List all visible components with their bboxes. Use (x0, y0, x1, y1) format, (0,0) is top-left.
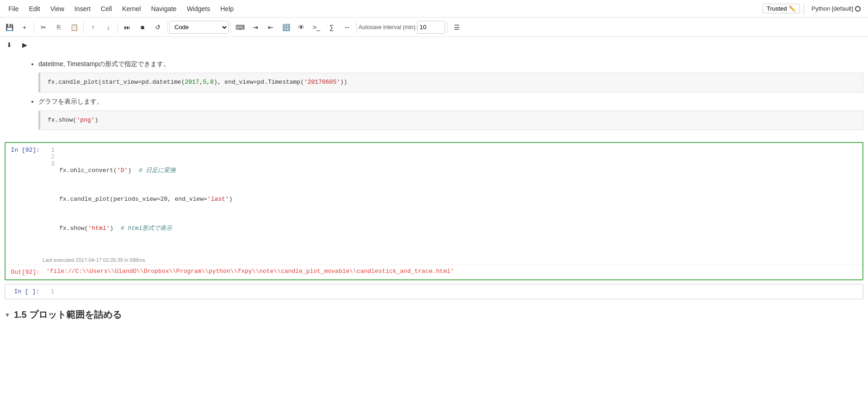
execution-info-92: Last executed 2017-04-17 02:26:39 in 588… (6, 256, 862, 265)
kernel-info: Python [default] (808, 5, 864, 12)
indent-button[interactable]: ⇥ (248, 20, 263, 34)
separator-2 (83, 22, 84, 33)
paste-cell-button[interactable]: 📋 (67, 20, 81, 34)
menu-widgets[interactable]: Widgets (182, 3, 215, 14)
list-button[interactable]: ☰ (449, 20, 464, 34)
toggle-output[interactable]: 👁 (294, 20, 309, 34)
bullet-show-graph: グラフを表示します。 (38, 96, 863, 106)
separator-6 (356, 22, 357, 33)
empty-cell-code[interactable] (56, 284, 863, 299)
markdown-content-1: dateitme, Timestampの形式で指定できます。 fx.candle… (29, 59, 863, 130)
empty-line-num: 1 (44, 288, 54, 295)
autosave-label: Autosave interval (min): (359, 24, 417, 31)
interrupt-button[interactable]: ■ (135, 20, 150, 34)
kernel-status-circle (855, 6, 861, 12)
terminal-button[interactable]: >_ (309, 20, 324, 34)
output-text-92: 'file://C:\\Users\\UlandO\\Dropbox\\Prog… (43, 265, 862, 279)
line-num-3: 3 (44, 161, 55, 167)
menu-insert[interactable]: Insert (70, 3, 95, 14)
line-num-2: 2 (44, 154, 55, 161)
add-cell-button[interactable]: + (17, 20, 32, 34)
cut-cell-button[interactable]: ✂ (36, 20, 51, 34)
restart-button[interactable]: ↺ (150, 20, 165, 34)
menubar-right: Trusted ✏️ Python [default] (763, 3, 864, 14)
math-button[interactable]: ∑ (324, 20, 339, 34)
empty-cell-label: In [ ]: (5, 284, 42, 299)
code-cell-92[interactable]: In [92]: 1 2 3 fx.ohlc_convert('D') # 日足… (5, 142, 863, 280)
arrow-button[interactable]: ↔ (340, 20, 354, 34)
kernel-name: Python [default] (812, 5, 853, 12)
toolbar-separator-right (804, 3, 804, 14)
save-button[interactable]: 💾 (2, 20, 17, 34)
trusted-button[interactable]: Trusted ✏️ (763, 4, 800, 13)
menu-edit[interactable]: Edit (25, 3, 45, 14)
output-label-92: Out[92]: (6, 265, 43, 279)
copy-cell-button[interactable]: ⎘ (51, 20, 66, 34)
pencil-icon: ✏️ (789, 6, 796, 12)
move-down-button[interactable]: ↓ (101, 20, 116, 34)
menu-cell[interactable]: Cell (96, 3, 117, 14)
menu-navigate[interactable]: Navigate (146, 3, 181, 14)
dedent-button[interactable]: ⇤ (263, 20, 278, 34)
code-line-2: fx.candle_plot(periods_view=20, end_view… (59, 195, 860, 204)
separator-7 (447, 22, 447, 33)
run-to-top-button[interactable]: ⏭ (120, 20, 135, 34)
toggle-line-numbers[interactable]: 🔢 (279, 20, 293, 34)
line-num-1: 1 (44, 147, 55, 154)
move-up-button[interactable]: ↑ (86, 20, 100, 34)
separator-1 (34, 22, 34, 33)
markdown-cell-1: dateitme, Timestampの形式で指定できます。 fx.candle… (0, 53, 868, 138)
separator-5 (230, 22, 231, 33)
keyboard-shortcut-button[interactable]: ⌨ (233, 20, 248, 34)
video-button[interactable]: ▶ (17, 38, 32, 52)
cell-label-92: In [92]: (6, 143, 43, 256)
collapse-arrow-1-5[interactable]: ▼ (5, 312, 10, 318)
cell-line-numbers-92: 1 2 3 (43, 143, 56, 256)
bullet-datetime: dateitme, Timestampの形式で指定できます。 (38, 59, 863, 69)
menu-help[interactable]: Help (216, 3, 238, 14)
code-block-2: fx.show('png') (38, 111, 863, 130)
autosave-input[interactable] (417, 21, 445, 34)
separator-4 (167, 22, 167, 33)
menu-kernel[interactable]: Kernel (118, 3, 145, 14)
empty-cell-line-nums: 1 (42, 284, 56, 299)
code-cell-92-inner: In [92]: 1 2 3 fx.ohlc_convert('D') # 日足… (6, 143, 862, 256)
cell-type-select[interactable]: Code Markdown Raw NBConvert (169, 21, 229, 34)
cell-output-92: Out[92]: 'file://C:\\Users\\UlandO\\Drop… (6, 265, 862, 279)
notebook-content: dateitme, Timestampの形式で指定できます。 fx.candle… (0, 53, 868, 323)
download-button[interactable]: ⬇ (2, 38, 17, 52)
code-block-1: fx.candle_plot(start_view=pd.datetime(20… (38, 73, 863, 93)
code-line-3: fx.show('html') # html形式で表示 (59, 224, 860, 234)
separator-3 (118, 22, 118, 33)
code-line-1: fx.ohlc_convert('D') # 日足に変換 (59, 166, 860, 176)
empty-cell[interactable]: In [ ]: 1 (5, 284, 863, 299)
section-1-5-heading: ▼ 1.5 プロット範囲を詰める (0, 303, 868, 323)
toolbar: 💾 + ✂ ⎘ 📋 ↑ ↓ ⏭ ■ ↺ Code Markdown Raw NB… (0, 18, 868, 37)
menu-file[interactable]: File (4, 3, 24, 14)
menubar: File Edit View Insert Cell Kernel Naviga… (0, 0, 868, 18)
trusted-label: Trusted (767, 5, 787, 12)
menu-view[interactable]: View (46, 3, 69, 14)
section-1-5-title: 1.5 プロット範囲を詰める (14, 309, 122, 321)
toolbar-row2: ⬇ ▶ (0, 37, 868, 53)
cell-code-92[interactable]: fx.ohlc_convert('D') # 日足に変換 fx.candle_p… (56, 143, 862, 256)
